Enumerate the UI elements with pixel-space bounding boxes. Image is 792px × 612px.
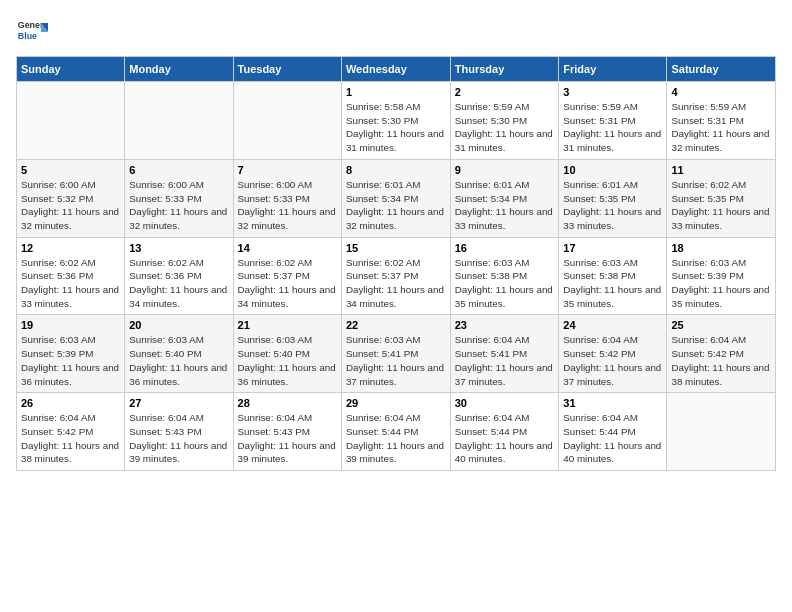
day-info: Sunrise: 6:04 AM Sunset: 5:43 PM Dayligh…	[129, 411, 228, 466]
calendar-cell: 21Sunrise: 6:03 AM Sunset: 5:40 PM Dayli…	[233, 315, 341, 393]
day-info: Sunrise: 6:03 AM Sunset: 5:41 PM Dayligh…	[346, 333, 446, 388]
day-info: Sunrise: 5:59 AM Sunset: 5:31 PM Dayligh…	[563, 100, 662, 155]
calendar-cell: 16Sunrise: 6:03 AM Sunset: 5:38 PM Dayli…	[450, 237, 559, 315]
day-info: Sunrise: 5:58 AM Sunset: 5:30 PM Dayligh…	[346, 100, 446, 155]
day-number: 13	[129, 242, 228, 254]
day-info: Sunrise: 5:59 AM Sunset: 5:30 PM Dayligh…	[455, 100, 555, 155]
calendar-cell: 2Sunrise: 5:59 AM Sunset: 5:30 PM Daylig…	[450, 82, 559, 160]
day-info: Sunrise: 6:04 AM Sunset: 5:44 PM Dayligh…	[563, 411, 662, 466]
day-info: Sunrise: 6:00 AM Sunset: 5:32 PM Dayligh…	[21, 178, 120, 233]
day-info: Sunrise: 6:01 AM Sunset: 5:34 PM Dayligh…	[346, 178, 446, 233]
day-number: 9	[455, 164, 555, 176]
day-number: 1	[346, 86, 446, 98]
day-number: 30	[455, 397, 555, 409]
weekday-header-sunday: Sunday	[17, 57, 125, 82]
day-info: Sunrise: 6:04 AM Sunset: 5:44 PM Dayligh…	[346, 411, 446, 466]
day-number: 25	[671, 319, 771, 331]
calendar-cell: 26Sunrise: 6:04 AM Sunset: 5:42 PM Dayli…	[17, 393, 125, 471]
calendar-cell: 18Sunrise: 6:03 AM Sunset: 5:39 PM Dayli…	[667, 237, 776, 315]
calendar-cell: 24Sunrise: 6:04 AM Sunset: 5:42 PM Dayli…	[559, 315, 667, 393]
weekday-header-wednesday: Wednesday	[341, 57, 450, 82]
calendar-cell	[667, 393, 776, 471]
calendar-cell	[125, 82, 233, 160]
day-number: 17	[563, 242, 662, 254]
calendar-cell: 20Sunrise: 6:03 AM Sunset: 5:40 PM Dayli…	[125, 315, 233, 393]
calendar-cell: 5Sunrise: 6:00 AM Sunset: 5:32 PM Daylig…	[17, 159, 125, 237]
day-number: 11	[671, 164, 771, 176]
day-number: 4	[671, 86, 771, 98]
day-number: 3	[563, 86, 662, 98]
calendar-week-5: 26Sunrise: 6:04 AM Sunset: 5:42 PM Dayli…	[17, 393, 776, 471]
weekday-header-monday: Monday	[125, 57, 233, 82]
calendar-cell: 8Sunrise: 6:01 AM Sunset: 5:34 PM Daylig…	[341, 159, 450, 237]
calendar-week-4: 19Sunrise: 6:03 AM Sunset: 5:39 PM Dayli…	[17, 315, 776, 393]
day-number: 31	[563, 397, 662, 409]
day-number: 14	[238, 242, 337, 254]
day-info: Sunrise: 6:04 AM Sunset: 5:42 PM Dayligh…	[563, 333, 662, 388]
day-number: 5	[21, 164, 120, 176]
day-info: Sunrise: 6:04 AM Sunset: 5:41 PM Dayligh…	[455, 333, 555, 388]
day-number: 22	[346, 319, 446, 331]
day-number: 16	[455, 242, 555, 254]
day-info: Sunrise: 6:00 AM Sunset: 5:33 PM Dayligh…	[238, 178, 337, 233]
calendar-cell: 10Sunrise: 6:01 AM Sunset: 5:35 PM Dayli…	[559, 159, 667, 237]
day-number: 23	[455, 319, 555, 331]
day-info: Sunrise: 6:03 AM Sunset: 5:39 PM Dayligh…	[671, 256, 771, 311]
day-number: 15	[346, 242, 446, 254]
page-header: General Blue	[16, 16, 776, 48]
calendar-cell: 3Sunrise: 5:59 AM Sunset: 5:31 PM Daylig…	[559, 82, 667, 160]
day-number: 20	[129, 319, 228, 331]
calendar-cell: 15Sunrise: 6:02 AM Sunset: 5:37 PM Dayli…	[341, 237, 450, 315]
day-info: Sunrise: 6:03 AM Sunset: 5:39 PM Dayligh…	[21, 333, 120, 388]
calendar-cell: 14Sunrise: 6:02 AM Sunset: 5:37 PM Dayli…	[233, 237, 341, 315]
logo: General Blue	[16, 16, 48, 48]
calendar-cell: 29Sunrise: 6:04 AM Sunset: 5:44 PM Dayli…	[341, 393, 450, 471]
day-info: Sunrise: 6:03 AM Sunset: 5:40 PM Dayligh…	[129, 333, 228, 388]
day-info: Sunrise: 6:02 AM Sunset: 5:35 PM Dayligh…	[671, 178, 771, 233]
calendar-table: SundayMondayTuesdayWednesdayThursdayFrid…	[16, 56, 776, 471]
day-info: Sunrise: 6:04 AM Sunset: 5:42 PM Dayligh…	[671, 333, 771, 388]
logo-icon: General Blue	[16, 16, 48, 48]
day-info: Sunrise: 6:02 AM Sunset: 5:36 PM Dayligh…	[21, 256, 120, 311]
calendar-cell: 6Sunrise: 6:00 AM Sunset: 5:33 PM Daylig…	[125, 159, 233, 237]
day-info: Sunrise: 6:04 AM Sunset: 5:43 PM Dayligh…	[238, 411, 337, 466]
day-number: 24	[563, 319, 662, 331]
day-number: 2	[455, 86, 555, 98]
calendar-cell: 28Sunrise: 6:04 AM Sunset: 5:43 PM Dayli…	[233, 393, 341, 471]
day-number: 27	[129, 397, 228, 409]
calendar-cell	[17, 82, 125, 160]
calendar-cell: 12Sunrise: 6:02 AM Sunset: 5:36 PM Dayli…	[17, 237, 125, 315]
day-number: 7	[238, 164, 337, 176]
calendar-week-1: 1Sunrise: 5:58 AM Sunset: 5:30 PM Daylig…	[17, 82, 776, 160]
calendar-cell: 4Sunrise: 5:59 AM Sunset: 5:31 PM Daylig…	[667, 82, 776, 160]
calendar-cell: 25Sunrise: 6:04 AM Sunset: 5:42 PM Dayli…	[667, 315, 776, 393]
svg-text:Blue: Blue	[18, 31, 37, 41]
day-info: Sunrise: 6:02 AM Sunset: 5:36 PM Dayligh…	[129, 256, 228, 311]
calendar-week-3: 12Sunrise: 6:02 AM Sunset: 5:36 PM Dayli…	[17, 237, 776, 315]
day-info: Sunrise: 5:59 AM Sunset: 5:31 PM Dayligh…	[671, 100, 771, 155]
calendar-cell: 9Sunrise: 6:01 AM Sunset: 5:34 PM Daylig…	[450, 159, 559, 237]
day-number: 19	[21, 319, 120, 331]
calendar-cell: 30Sunrise: 6:04 AM Sunset: 5:44 PM Dayli…	[450, 393, 559, 471]
day-number: 26	[21, 397, 120, 409]
day-info: Sunrise: 6:03 AM Sunset: 5:40 PM Dayligh…	[238, 333, 337, 388]
day-number: 18	[671, 242, 771, 254]
calendar-cell: 22Sunrise: 6:03 AM Sunset: 5:41 PM Dayli…	[341, 315, 450, 393]
day-number: 8	[346, 164, 446, 176]
day-number: 28	[238, 397, 337, 409]
day-number: 6	[129, 164, 228, 176]
day-info: Sunrise: 6:03 AM Sunset: 5:38 PM Dayligh…	[455, 256, 555, 311]
day-info: Sunrise: 6:01 AM Sunset: 5:34 PM Dayligh…	[455, 178, 555, 233]
day-info: Sunrise: 6:03 AM Sunset: 5:38 PM Dayligh…	[563, 256, 662, 311]
calendar-cell: 1Sunrise: 5:58 AM Sunset: 5:30 PM Daylig…	[341, 82, 450, 160]
weekday-header-friday: Friday	[559, 57, 667, 82]
calendar-cell: 11Sunrise: 6:02 AM Sunset: 5:35 PM Dayli…	[667, 159, 776, 237]
calendar-cell: 13Sunrise: 6:02 AM Sunset: 5:36 PM Dayli…	[125, 237, 233, 315]
day-info: Sunrise: 6:02 AM Sunset: 5:37 PM Dayligh…	[238, 256, 337, 311]
day-info: Sunrise: 6:00 AM Sunset: 5:33 PM Dayligh…	[129, 178, 228, 233]
day-number: 10	[563, 164, 662, 176]
calendar-cell: 31Sunrise: 6:04 AM Sunset: 5:44 PM Dayli…	[559, 393, 667, 471]
day-number: 21	[238, 319, 337, 331]
calendar-cell: 19Sunrise: 6:03 AM Sunset: 5:39 PM Dayli…	[17, 315, 125, 393]
day-info: Sunrise: 6:01 AM Sunset: 5:35 PM Dayligh…	[563, 178, 662, 233]
